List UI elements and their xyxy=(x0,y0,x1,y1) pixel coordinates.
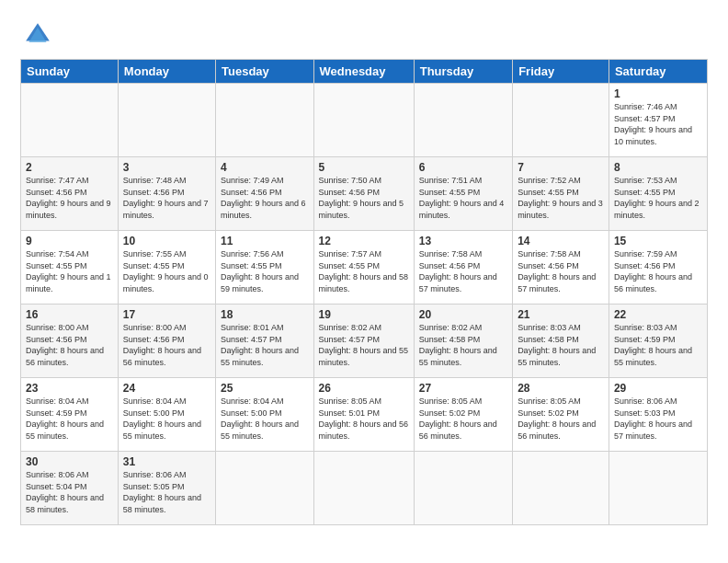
calendar-cell: 26Sunrise: 8:05 AMSunset: 5:01 PMDayligh… xyxy=(313,378,414,452)
day-number: 5 xyxy=(319,161,409,174)
logo xyxy=(20,20,52,50)
calendar-cell: 30Sunrise: 8:06 AMSunset: 5:04 PMDayligh… xyxy=(21,452,119,525)
day-info: Sunrise: 8:05 AMSunset: 5:01 PMDaylight:… xyxy=(319,396,409,442)
day-info: Sunrise: 8:03 AMSunset: 4:59 PMDaylight:… xyxy=(614,322,702,368)
day-info: Sunrise: 8:03 AMSunset: 4:58 PMDaylight:… xyxy=(518,322,604,368)
day-info: Sunrise: 7:52 AMSunset: 4:55 PMDaylight:… xyxy=(518,175,604,221)
calendar-cell: 28Sunrise: 8:05 AMSunset: 5:02 PMDayligh… xyxy=(513,378,609,452)
day-number: 29 xyxy=(614,382,702,395)
day-number: 26 xyxy=(319,382,409,395)
calendar-cell: 29Sunrise: 8:06 AMSunset: 5:03 PMDayligh… xyxy=(609,378,707,452)
day-number: 21 xyxy=(518,308,604,321)
calendar-cell xyxy=(118,84,215,157)
calendar-cell: 16Sunrise: 8:00 AMSunset: 4:56 PMDayligh… xyxy=(21,304,119,378)
calendar-cell: 1Sunrise: 7:46 AMSunset: 4:57 PMDaylight… xyxy=(609,84,707,157)
calendar-cell: 20Sunrise: 8:02 AMSunset: 4:58 PMDayligh… xyxy=(414,304,512,378)
day-info: Sunrise: 7:58 AMSunset: 4:56 PMDaylight:… xyxy=(518,248,604,294)
day-number: 7 xyxy=(518,161,604,174)
calendar-cell xyxy=(216,452,314,525)
col-header-thursday: Thursday xyxy=(414,60,512,84)
day-number: 24 xyxy=(123,382,210,395)
day-info: Sunrise: 7:56 AMSunset: 4:55 PMDaylight:… xyxy=(221,248,309,294)
day-info: Sunrise: 7:55 AMSunset: 4:55 PMDaylight:… xyxy=(123,248,210,294)
day-info: Sunrise: 7:50 AMSunset: 4:56 PMDaylight:… xyxy=(319,175,409,221)
day-info: Sunrise: 7:49 AMSunset: 4:56 PMDaylight:… xyxy=(221,175,309,221)
day-info: Sunrise: 7:47 AMSunset: 4:56 PMDaylight:… xyxy=(26,175,113,221)
day-info: Sunrise: 8:04 AMSunset: 5:00 PMDaylight:… xyxy=(123,396,210,442)
calendar-cell: 25Sunrise: 8:04 AMSunset: 5:00 PMDayligh… xyxy=(216,378,314,452)
calendar-cell xyxy=(21,84,119,157)
calendar-cell: 3Sunrise: 7:48 AMSunset: 4:56 PMDaylight… xyxy=(118,157,215,231)
day-number: 8 xyxy=(614,161,702,174)
calendar-cell: 27Sunrise: 8:05 AMSunset: 5:02 PMDayligh… xyxy=(414,378,512,452)
day-number: 14 xyxy=(518,235,604,247)
calendar-cell xyxy=(513,452,609,525)
day-info: Sunrise: 8:00 AMSunset: 4:56 PMDaylight:… xyxy=(26,322,113,368)
day-number: 4 xyxy=(221,161,309,174)
calendar-table: SundayMondayTuesdayWednesdayThursdayFrid… xyxy=(20,59,708,525)
col-header-monday: Monday xyxy=(118,60,215,84)
calendar-page: SundayMondayTuesdayWednesdayThursdayFrid… xyxy=(0,0,728,563)
calendar-cell: 13Sunrise: 7:58 AMSunset: 4:56 PMDayligh… xyxy=(414,231,512,304)
calendar-cell xyxy=(216,84,314,157)
calendar-cell: 17Sunrise: 8:00 AMSunset: 4:56 PMDayligh… xyxy=(118,304,215,378)
calendar-cell: 2Sunrise: 7:47 AMSunset: 4:56 PMDaylight… xyxy=(21,157,119,231)
day-info: Sunrise: 8:00 AMSunset: 4:56 PMDaylight:… xyxy=(123,322,210,368)
day-info: Sunrise: 7:48 AMSunset: 4:56 PMDaylight:… xyxy=(123,175,210,221)
day-info: Sunrise: 7:58 AMSunset: 4:56 PMDaylight:… xyxy=(419,248,507,294)
day-info: Sunrise: 8:04 AMSunset: 5:00 PMDaylight:… xyxy=(221,396,309,442)
day-number: 18 xyxy=(221,308,309,321)
day-number: 30 xyxy=(26,455,113,468)
calendar-cell: 22Sunrise: 8:03 AMSunset: 4:59 PMDayligh… xyxy=(609,304,707,378)
day-number: 11 xyxy=(221,235,309,247)
calendar-cell xyxy=(313,84,414,157)
calendar-cell: 12Sunrise: 7:57 AMSunset: 4:55 PMDayligh… xyxy=(313,231,414,304)
day-info: Sunrise: 7:51 AMSunset: 4:55 PMDaylight:… xyxy=(419,175,507,221)
day-number: 13 xyxy=(419,235,507,247)
day-number: 23 xyxy=(26,382,113,395)
day-number: 6 xyxy=(419,161,507,174)
day-number: 20 xyxy=(419,308,507,321)
calendar-cell: 10Sunrise: 7:55 AMSunset: 4:55 PMDayligh… xyxy=(118,231,215,304)
day-info: Sunrise: 8:02 AMSunset: 4:57 PMDaylight:… xyxy=(319,322,409,368)
calendar-cell: 6Sunrise: 7:51 AMSunset: 4:55 PMDaylight… xyxy=(414,157,512,231)
calendar-cell xyxy=(609,452,707,525)
logo-icon xyxy=(23,20,52,50)
day-info: Sunrise: 7:59 AMSunset: 4:56 PMDaylight:… xyxy=(614,248,702,294)
calendar-cell xyxy=(513,84,609,157)
day-number: 1 xyxy=(614,87,702,100)
col-header-friday: Friday xyxy=(513,60,609,84)
calendar-cell xyxy=(313,452,414,525)
calendar-cell: 4Sunrise: 7:49 AMSunset: 4:56 PMDaylight… xyxy=(216,157,314,231)
calendar-cell: 18Sunrise: 8:01 AMSunset: 4:57 PMDayligh… xyxy=(216,304,314,378)
calendar-cell xyxy=(414,84,512,157)
day-number: 28 xyxy=(518,382,604,395)
header xyxy=(20,17,708,50)
calendar-cell: 31Sunrise: 8:06 AMSunset: 5:05 PMDayligh… xyxy=(118,452,215,525)
day-info: Sunrise: 8:02 AMSunset: 4:58 PMDaylight:… xyxy=(419,322,507,368)
day-info: Sunrise: 8:05 AMSunset: 5:02 PMDaylight:… xyxy=(518,396,604,442)
day-number: 10 xyxy=(123,235,210,247)
day-info: Sunrise: 8:06 AMSunset: 5:04 PMDaylight:… xyxy=(26,469,113,515)
day-number: 25 xyxy=(221,382,309,395)
day-info: Sunrise: 8:05 AMSunset: 5:02 PMDaylight:… xyxy=(419,396,507,442)
calendar-cell: 19Sunrise: 8:02 AMSunset: 4:57 PMDayligh… xyxy=(313,304,414,378)
day-number: 12 xyxy=(319,235,409,247)
calendar-cell: 21Sunrise: 8:03 AMSunset: 4:58 PMDayligh… xyxy=(513,304,609,378)
day-info: Sunrise: 7:46 AMSunset: 4:57 PMDaylight:… xyxy=(614,101,702,147)
calendar-cell: 23Sunrise: 8:04 AMSunset: 4:59 PMDayligh… xyxy=(21,378,119,452)
day-info: Sunrise: 8:01 AMSunset: 4:57 PMDaylight:… xyxy=(221,322,309,368)
calendar-cell: 11Sunrise: 7:56 AMSunset: 4:55 PMDayligh… xyxy=(216,231,314,304)
day-number: 31 xyxy=(123,455,210,468)
day-number: 17 xyxy=(123,308,210,321)
day-number: 2 xyxy=(26,161,113,174)
day-number: 9 xyxy=(26,235,113,247)
col-header-saturday: Saturday xyxy=(609,60,707,84)
day-info: Sunrise: 7:54 AMSunset: 4:55 PMDaylight:… xyxy=(26,248,113,294)
day-number: 22 xyxy=(614,308,702,321)
col-header-tuesday: Tuesday xyxy=(216,60,314,84)
calendar-cell: 7Sunrise: 7:52 AMSunset: 4:55 PMDaylight… xyxy=(513,157,609,231)
calendar-cell: 14Sunrise: 7:58 AMSunset: 4:56 PMDayligh… xyxy=(513,231,609,304)
day-number: 3 xyxy=(123,161,210,174)
calendar-cell: 8Sunrise: 7:53 AMSunset: 4:55 PMDaylight… xyxy=(609,157,707,231)
